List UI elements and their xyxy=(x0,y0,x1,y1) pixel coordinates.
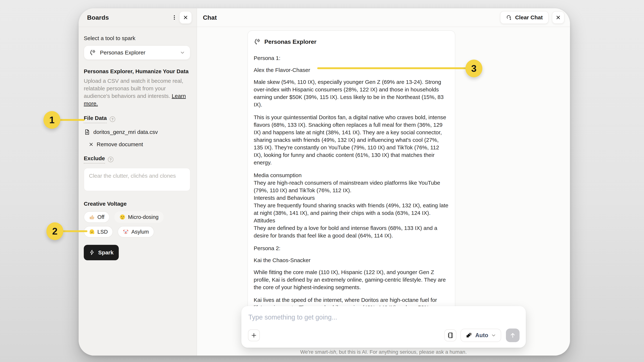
boards-menu-button[interactable] xyxy=(170,12,179,22)
voltage-chip-label: Micro-dosing xyxy=(128,214,158,220)
clear-chat-button[interactable]: Clear Chat xyxy=(500,11,549,24)
chat-input-bar: Type something to get going... xyxy=(241,306,526,348)
close-icon xyxy=(556,15,561,20)
app-window: Boards Select a tool to spark xyxy=(78,8,570,356)
notebook-icon xyxy=(447,332,454,339)
svg-text:S: S xyxy=(470,333,471,335)
chat-input-controls: S Auto xyxy=(248,329,520,342)
tool-select-dropdown[interactable]: Personas Explorer xyxy=(84,45,190,60)
message-blocks: Persona 1:Alex the Flavor-ChaserMale ske… xyxy=(254,54,449,318)
callout-2-line xyxy=(61,230,88,232)
voltage-chip-label: Off xyxy=(98,214,104,220)
lightning-bolt-icon xyxy=(89,249,95,256)
tool-select-label: Select a tool to spark xyxy=(84,35,190,41)
chevron-down-icon xyxy=(491,333,496,338)
exclude-text: Exclude xyxy=(84,155,105,164)
callout-1-badge: 1 xyxy=(44,111,60,129)
remove-document-button[interactable]: Remove document xyxy=(88,141,190,147)
boards-panel: Boards Select a tool to spark xyxy=(78,8,197,356)
boards-content: Select a tool to spark Personas xyxy=(78,35,196,260)
remove-document-label: Remove document xyxy=(97,141,143,147)
add-attachment-button[interactable] xyxy=(248,330,260,341)
voltage-chip-label: Asylum xyxy=(131,229,149,235)
message-block: Media consumptionThey are high-reach con… xyxy=(254,171,449,239)
disclaimer-suffix: , but this is AI. For anything serious, … xyxy=(336,349,467,355)
boards-header: Boards xyxy=(78,8,196,27)
close-icon xyxy=(183,15,188,20)
svg-text:?: ? xyxy=(112,117,114,121)
chat-close-button[interactable] xyxy=(552,11,564,24)
melting-face-emoji-icon xyxy=(89,229,95,235)
chat-title: Chat xyxy=(203,14,217,21)
spark-button[interactable]: Spark xyxy=(84,245,119,260)
message-block: Male skew (54%, 110 IX), especially youn… xyxy=(254,78,449,108)
ai-disclaimer: We're smart-ish, but this is AI. For any… xyxy=(197,349,570,355)
smirking-face-emoji-icon xyxy=(120,214,126,220)
chat-header: Chat Clear Chat xyxy=(197,8,570,27)
x-icon xyxy=(88,142,94,147)
exclude-label: Exclude ? xyxy=(84,155,190,164)
uploaded-file-row[interactable]: doritos_genz_mri data.csv xyxy=(84,129,190,135)
persona-head-sparkle-icon xyxy=(89,49,96,56)
chat-panel: Chat Clear Chat xyxy=(197,8,570,356)
model-selector-dropdown[interactable]: S Auto xyxy=(460,329,501,342)
disclaimer-prefix: We're smart- xyxy=(300,349,330,355)
message-block: Persona 2: xyxy=(254,245,449,252)
callout-3-line xyxy=(317,67,469,69)
boards-close-button[interactable] xyxy=(179,11,192,24)
message-block: This is your quintessential Doritos fan,… xyxy=(254,113,449,166)
callout-1-line xyxy=(57,119,85,121)
voltage-chip-label: LSD xyxy=(98,229,108,235)
tool-selected-value: Personas Explorer xyxy=(100,49,176,56)
kebab-icon xyxy=(171,14,178,20)
send-button[interactable] xyxy=(506,329,520,342)
callout-2-badge: 2 xyxy=(46,222,63,240)
svg-text:?: ? xyxy=(110,157,112,161)
help-icon[interactable]: ? xyxy=(109,116,116,122)
assistant-message-card: Personas Explorer Persona 1:Alex the Fla… xyxy=(248,30,455,318)
clown-face-emoji-icon xyxy=(123,229,129,235)
tool-about-title: Personas Explorer, Humanize Your Data xyxy=(84,68,190,74)
clear-chat-label: Clear Chat xyxy=(515,14,543,20)
redo-clear-icon xyxy=(506,14,512,20)
exclude-input[interactable] xyxy=(84,168,190,191)
chat-input[interactable]: Type something to get going... xyxy=(248,314,519,321)
arrow-up-icon xyxy=(509,332,516,339)
file-data-label: File Data ? xyxy=(84,115,190,123)
plus-icon xyxy=(251,332,257,339)
voltage-chip-asylum[interactable]: Asylum xyxy=(118,226,154,238)
notebook-button[interactable] xyxy=(444,329,456,342)
uploaded-file-name: doritos_genz_mri data.csv xyxy=(93,129,158,135)
disclaimer-italic: ish xyxy=(330,349,336,355)
voltage-chips-row-1: Off Micro-dosing xyxy=(84,211,190,223)
chevron-down-icon xyxy=(180,50,185,55)
assistant-message-tool-name: Personas Explorer xyxy=(264,38,316,45)
message-block: While fitting the core male (110 IX), Hi… xyxy=(254,268,449,291)
help-icon[interactable]: ? xyxy=(108,156,114,163)
tool-about-text: Upload a CSV and watch it become real, r… xyxy=(84,78,183,99)
boards-title: Boards xyxy=(87,14,109,21)
voltage-chip-off[interactable]: Off xyxy=(84,211,110,223)
file-data-text: File Data xyxy=(84,115,107,123)
creative-voltage-label: Creative Voltage xyxy=(84,201,190,207)
message-block: Kai the Chaos-Snacker xyxy=(254,256,449,264)
pixel-s-logo-icon: S xyxy=(466,332,472,339)
spark-button-label: Spark xyxy=(98,249,114,256)
voltage-chip-lsd[interactable]: LSD xyxy=(84,226,113,238)
thumbs-up-emoji-icon xyxy=(89,214,95,220)
voltage-chip-micro-dosing[interactable]: Micro-dosing xyxy=(114,211,164,223)
tool-about-body: Upload a CSV and watch it become real, r… xyxy=(84,77,190,107)
model-selector-value: Auto xyxy=(475,332,488,339)
persona-head-sparkle-icon xyxy=(254,38,261,45)
message-block: Persona 1: xyxy=(254,54,449,62)
assistant-message-header: Personas Explorer xyxy=(254,38,449,45)
callout-3-badge: 3 xyxy=(466,60,482,77)
voltage-chips-row-2: LSD Asylum xyxy=(84,226,190,238)
document-icon xyxy=(84,129,90,135)
